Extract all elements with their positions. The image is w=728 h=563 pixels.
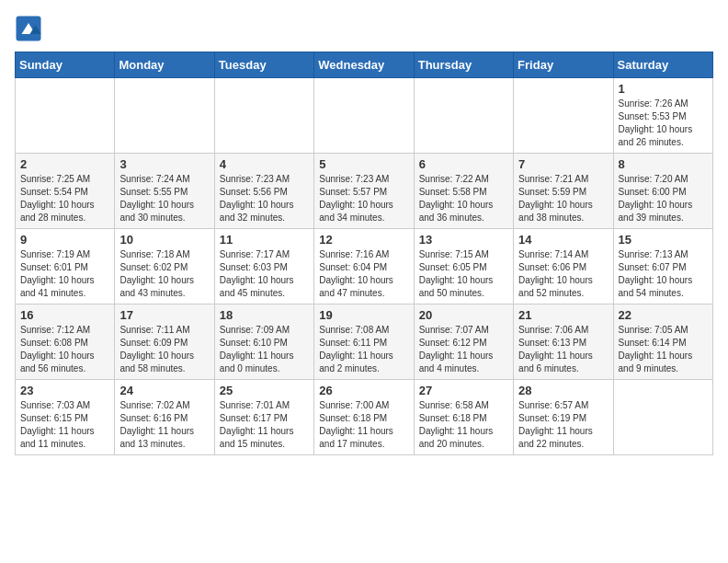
calendar-cell: 1Sunrise: 7:26 AM Sunset: 5:53 PM Daylig… <box>613 78 712 154</box>
day-info: Sunrise: 7:23 AM Sunset: 5:57 PM Dayligh… <box>319 173 408 224</box>
day-info: Sunrise: 7:12 AM Sunset: 6:08 PM Dayligh… <box>20 324 109 375</box>
calendar-cell: 22Sunrise: 7:05 AM Sunset: 6:14 PM Dayli… <box>613 304 712 380</box>
day-number: 27 <box>419 384 508 397</box>
calendar-cell: 4Sunrise: 7:23 AM Sunset: 5:56 PM Daylig… <box>214 154 313 229</box>
day-info: Sunrise: 7:15 AM Sunset: 6:05 PM Dayligh… <box>419 248 508 300</box>
day-number: 6 <box>419 157 508 171</box>
day-number: 19 <box>319 308 408 322</box>
day-info: Sunrise: 7:17 AM Sunset: 6:03 PM Dayligh… <box>220 248 309 300</box>
day-number: 24 <box>119 384 209 397</box>
day-info: Sunrise: 7:11 AM Sunset: 6:09 PM Dayligh… <box>119 324 209 375</box>
day-number: 3 <box>119 157 209 171</box>
day-number: 9 <box>20 233 109 247</box>
day-number: 11 <box>220 233 309 247</box>
day-number: 4 <box>220 157 309 171</box>
page-header <box>15 15 713 42</box>
calendar-cell: 2Sunrise: 7:25 AM Sunset: 5:54 PM Daylig… <box>16 154 115 229</box>
calendar-cell: 7Sunrise: 7:21 AM Sunset: 5:59 PM Daylig… <box>514 154 613 229</box>
day-number: 5 <box>319 157 408 171</box>
calendar-cell <box>514 78 613 154</box>
week-row-1: 1Sunrise: 7:26 AM Sunset: 5:53 PM Daylig… <box>16 78 713 154</box>
calendar-cell: 19Sunrise: 7:08 AM Sunset: 6:11 PM Dayli… <box>314 304 414 380</box>
day-number: 10 <box>119 233 209 247</box>
day-number: 14 <box>518 233 608 247</box>
day-number: 1 <box>619 82 708 96</box>
day-number: 23 <box>20 384 109 397</box>
calendar-cell: 20Sunrise: 7:07 AM Sunset: 6:12 PM Dayli… <box>414 304 513 380</box>
day-info: Sunrise: 7:19 AM Sunset: 6:01 PM Dayligh… <box>20 248 109 300</box>
calendar-cell: 6Sunrise: 7:22 AM Sunset: 5:58 PM Daylig… <box>414 154 513 229</box>
day-number: 12 <box>319 233 408 247</box>
calendar-cell: 18Sunrise: 7:09 AM Sunset: 6:10 PM Dayli… <box>214 304 313 380</box>
day-number: 8 <box>619 157 708 171</box>
calendar-cell <box>16 78 115 154</box>
day-info: Sunrise: 7:18 AM Sunset: 6:02 PM Dayligh… <box>119 248 209 300</box>
calendar-cell: 11Sunrise: 7:17 AM Sunset: 6:03 PM Dayli… <box>214 229 313 304</box>
calendar-cell <box>414 78 513 154</box>
day-info: Sunrise: 7:06 AM Sunset: 6:13 PM Dayligh… <box>518 324 608 375</box>
day-number: 18 <box>220 308 309 322</box>
day-info: Sunrise: 7:23 AM Sunset: 5:56 PM Dayligh… <box>220 173 309 224</box>
day-number: 26 <box>319 384 408 397</box>
logo <box>15 15 46 42</box>
day-number: 21 <box>518 308 608 322</box>
calendar-cell: 24Sunrise: 7:02 AM Sunset: 6:16 PM Dayli… <box>115 380 214 455</box>
calendar-cell: 27Sunrise: 6:58 AM Sunset: 6:18 PM Dayli… <box>414 380 513 455</box>
calendar-cell: 25Sunrise: 7:01 AM Sunset: 6:17 PM Dayli… <box>214 380 313 455</box>
calendar-cell: 17Sunrise: 7:11 AM Sunset: 6:09 PM Dayli… <box>115 304 214 380</box>
day-info: Sunrise: 7:14 AM Sunset: 6:06 PM Dayligh… <box>518 248 608 300</box>
day-info: Sunrise: 7:02 AM Sunset: 6:16 PM Dayligh… <box>119 399 209 451</box>
day-info: Sunrise: 7:20 AM Sunset: 6:00 PM Dayligh… <box>619 173 708 224</box>
day-number: 7 <box>518 157 608 171</box>
week-row-2: 2Sunrise: 7:25 AM Sunset: 5:54 PM Daylig… <box>16 154 713 229</box>
logo-icon <box>15 15 42 42</box>
day-info: Sunrise: 6:58 AM Sunset: 6:18 PM Dayligh… <box>419 399 508 451</box>
weekday-header-row: SundayMondayTuesdayWednesdayThursdayFrid… <box>16 52 713 78</box>
calendar-cell: 26Sunrise: 7:00 AM Sunset: 6:18 PM Dayli… <box>314 380 414 455</box>
calendar-cell <box>314 78 414 154</box>
calendar-cell: 23Sunrise: 7:03 AM Sunset: 6:15 PM Dayli… <box>16 380 115 455</box>
day-number: 13 <box>419 233 508 247</box>
weekday-header-wednesday: Wednesday <box>314 52 414 78</box>
day-info: Sunrise: 7:26 AM Sunset: 5:53 PM Dayligh… <box>619 98 708 149</box>
day-number: 17 <box>119 308 209 322</box>
week-row-3: 9Sunrise: 7:19 AM Sunset: 6:01 PM Daylig… <box>16 229 713 304</box>
day-number: 28 <box>518 384 608 397</box>
week-row-4: 16Sunrise: 7:12 AM Sunset: 6:08 PM Dayli… <box>16 304 713 380</box>
day-info: Sunrise: 7:24 AM Sunset: 5:55 PM Dayligh… <box>119 173 209 224</box>
calendar-cell: 16Sunrise: 7:12 AM Sunset: 6:08 PM Dayli… <box>16 304 115 380</box>
day-number: 16 <box>20 308 109 322</box>
calendar-cell <box>115 78 214 154</box>
calendar-cell <box>214 78 313 154</box>
weekday-header-sunday: Sunday <box>16 52 115 78</box>
weekday-header-saturday: Saturday <box>613 52 712 78</box>
day-info: Sunrise: 7:13 AM Sunset: 6:07 PM Dayligh… <box>619 248 708 300</box>
calendar-table: SundayMondayTuesdayWednesdayThursdayFrid… <box>15 52 713 455</box>
weekday-header-monday: Monday <box>115 52 214 78</box>
day-number: 22 <box>619 308 708 322</box>
day-number: 25 <box>220 384 309 397</box>
week-row-5: 23Sunrise: 7:03 AM Sunset: 6:15 PM Dayli… <box>16 380 713 455</box>
calendar-cell: 9Sunrise: 7:19 AM Sunset: 6:01 PM Daylig… <box>16 229 115 304</box>
day-number: 20 <box>419 308 508 322</box>
day-info: Sunrise: 7:22 AM Sunset: 5:58 PM Dayligh… <box>419 173 508 224</box>
calendar-cell <box>613 380 712 455</box>
calendar-cell: 10Sunrise: 7:18 AM Sunset: 6:02 PM Dayli… <box>115 229 214 304</box>
day-info: Sunrise: 6:57 AM Sunset: 6:19 PM Dayligh… <box>518 399 608 451</box>
weekday-header-friday: Friday <box>514 52 613 78</box>
day-number: 15 <box>619 233 708 247</box>
calendar-cell: 3Sunrise: 7:24 AM Sunset: 5:55 PM Daylig… <box>115 154 214 229</box>
day-info: Sunrise: 7:25 AM Sunset: 5:54 PM Dayligh… <box>20 173 109 224</box>
day-info: Sunrise: 7:16 AM Sunset: 6:04 PM Dayligh… <box>319 248 408 300</box>
weekday-header-tuesday: Tuesday <box>214 52 313 78</box>
calendar-cell: 15Sunrise: 7:13 AM Sunset: 6:07 PM Dayli… <box>613 229 712 304</box>
weekday-header-thursday: Thursday <box>414 52 513 78</box>
calendar-cell: 5Sunrise: 7:23 AM Sunset: 5:57 PM Daylig… <box>314 154 414 229</box>
calendar-cell: 28Sunrise: 6:57 AM Sunset: 6:19 PM Dayli… <box>514 380 613 455</box>
day-info: Sunrise: 7:01 AM Sunset: 6:17 PM Dayligh… <box>220 399 309 451</box>
day-info: Sunrise: 7:07 AM Sunset: 6:12 PM Dayligh… <box>419 324 508 375</box>
day-info: Sunrise: 7:08 AM Sunset: 6:11 PM Dayligh… <box>319 324 408 375</box>
calendar-cell: 14Sunrise: 7:14 AM Sunset: 6:06 PM Dayli… <box>514 229 613 304</box>
calendar-cell: 8Sunrise: 7:20 AM Sunset: 6:00 PM Daylig… <box>613 154 712 229</box>
day-info: Sunrise: 7:05 AM Sunset: 6:14 PM Dayligh… <box>619 324 708 375</box>
